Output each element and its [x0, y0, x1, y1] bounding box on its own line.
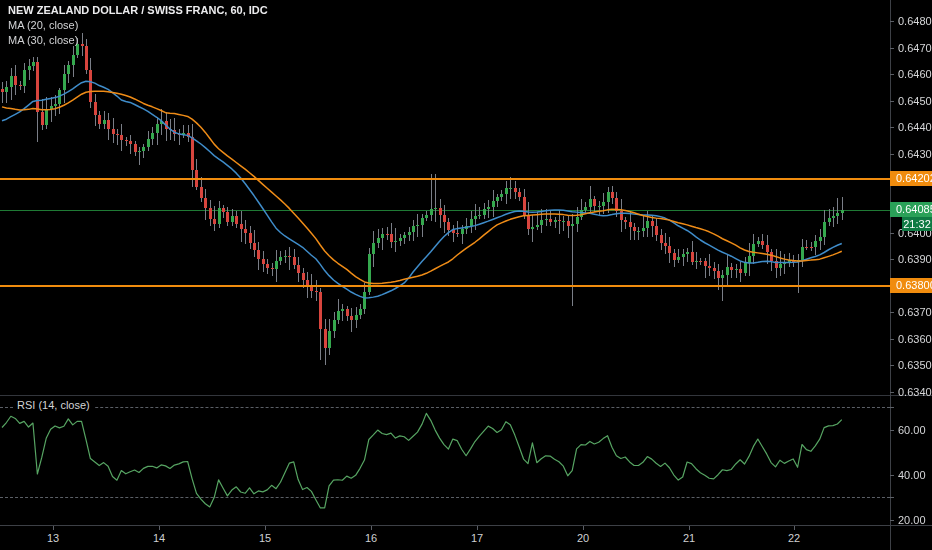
time-axis-tick [689, 526, 690, 530]
time-axis-label: 21 [683, 532, 695, 544]
price-axis-label: 0.64800 [898, 15, 932, 27]
price-axis-label: 0.64600 [898, 68, 932, 80]
upper-level-price-badge[interactable]: 0.64202 [890, 171, 932, 186]
axis-tick [890, 259, 894, 260]
price-axis-label: 0.63900 [898, 253, 932, 265]
symbol-title[interactable]: NEW ZEALAND DOLLAR / SWISS FRANC, 60, ID… [8, 4, 268, 16]
price-axis-label: 0.63400 [898, 386, 932, 398]
price-axis-label: 20.00 [898, 514, 926, 526]
axis-tick [890, 127, 894, 128]
time-axis-label: 22 [788, 532, 800, 544]
time-axis-label: 15 [259, 532, 271, 544]
price-axis[interactable]: 0.64202 0.64085 21:32 0.63800 0.648000.6… [890, 0, 932, 550]
time-axis-tick [583, 526, 584, 530]
time-axis-label: 17 [471, 532, 483, 544]
axis-tick [890, 365, 894, 366]
ma30-legend[interactable]: MA (30, close) [8, 34, 268, 46]
time-axis-label: 20 [577, 532, 589, 544]
axis-tick [890, 74, 894, 75]
time-axis-tick [53, 526, 54, 530]
axis-tick [890, 497, 894, 498]
time-axis-tick [371, 526, 372, 530]
axis-tick [890, 407, 894, 408]
price-axis-label: 0.64300 [898, 148, 932, 160]
time-axis-tick [159, 526, 160, 530]
axis-tick [890, 101, 894, 102]
bar-countdown-badge: 21:32 [902, 217, 932, 231]
axis-tick [890, 21, 894, 22]
axis-tick [890, 392, 894, 393]
price-axis-label: 0.63500 [898, 359, 932, 371]
axis-tick [890, 475, 894, 476]
tradingview-chart-window: NEW ZEALAND DOLLAR / SWISS FRANC, 60, ID… [0, 0, 932, 550]
price-axis-label: 0.63700 [898, 306, 932, 318]
lower-level-price-badge[interactable]: 0.63800 [890, 278, 932, 293]
time-axis-label: 14 [153, 532, 165, 544]
axis-tick [890, 312, 894, 313]
price-axis-label: 60.00 [898, 424, 926, 436]
axis-tick [890, 48, 894, 49]
last-price-badge: 0.64085 [890, 202, 932, 217]
axis-tick [890, 154, 894, 155]
time-axis-tick [477, 526, 478, 530]
axis-tick [890, 520, 894, 521]
time-axis-tick [265, 526, 266, 530]
upper-level-line[interactable] [0, 178, 890, 180]
price-axis-label: 0.64700 [898, 42, 932, 54]
chart-canvas[interactable] [0, 0, 890, 525]
price-axis-label: 40.00 [898, 469, 926, 481]
price-axis-label: 0.64400 [898, 121, 932, 133]
price-axis-label: 0.63600 [898, 333, 932, 345]
legend: NEW ZEALAND DOLLAR / SWISS FRANC, 60, ID… [8, 4, 268, 46]
price-axis-label: 0.64500 [898, 95, 932, 107]
lower-level-line[interactable] [0, 285, 890, 287]
axis-tick [890, 430, 894, 431]
ma20-legend[interactable]: MA (20, close) [8, 19, 268, 31]
time-axis[interactable]: 1314151617202122 [0, 526, 890, 550]
axis-tick [890, 233, 894, 234]
time-axis-label: 13 [47, 532, 59, 544]
pane-separator[interactable] [0, 395, 932, 396]
rsi-indicator-label[interactable]: RSI (14, close) [13, 399, 94, 411]
time-axis-tick [794, 526, 795, 530]
time-axis-label: 16 [365, 532, 377, 544]
axis-tick [890, 339, 894, 340]
